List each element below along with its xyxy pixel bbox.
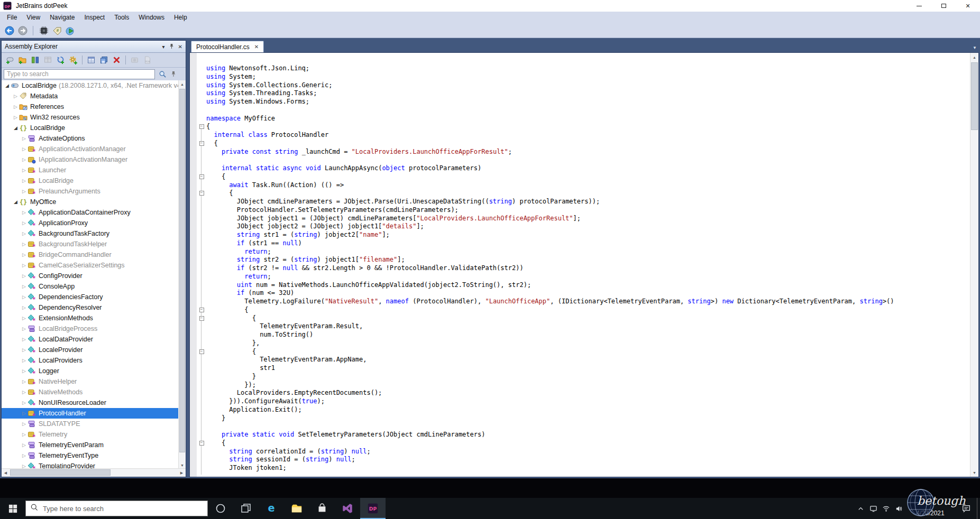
- expand-arrow-icon[interactable]: ▷: [12, 115, 19, 120]
- code-line[interactable]: TelemetryEventParam.Result,: [197, 322, 979, 331]
- remove-assembly-icon[interactable]: [111, 54, 122, 66]
- close-panel-icon[interactable]: ✕: [178, 44, 182, 50]
- collapse-region-icon[interactable]: −: [199, 124, 204, 129]
- add-folder-icon[interactable]: [17, 54, 28, 66]
- tree-item-prelauncharguments[interactable]: ▷*PrelaunchArguments: [2, 186, 178, 197]
- network-icon[interactable]: [880, 498, 892, 519]
- collapse-arrow-icon[interactable]: ◢: [12, 199, 19, 205]
- code-editor[interactable]: using Newtonsoft.Json.Linq;using System;…: [189, 52, 979, 477]
- tree-item-extensionmethods[interactable]: ▷*ExtensionMethods: [2, 313, 178, 323]
- expand-arrow-icon[interactable]: ▷: [21, 390, 28, 395]
- expand-arrow-icon[interactable]: ▷: [21, 294, 28, 300]
- code-line[interactable]: [197, 106, 979, 115]
- scroll-up-icon[interactable]: ▲: [179, 80, 186, 88]
- tree-item-localbridge[interactable]: ◢LocalBridge(18.2008.1271.0, x64, .Net F…: [2, 80, 178, 91]
- expand-arrow-icon[interactable]: ▷: [21, 305, 28, 310]
- code-line[interactable]: using System.Collections.Generic;: [197, 81, 979, 90]
- tree-item-localbridge[interactable]: ▷*LocalBridge: [2, 175, 178, 186]
- code-line[interactable]: },: [197, 339, 979, 348]
- start-button[interactable]: [0, 498, 25, 519]
- search-icon[interactable]: [159, 70, 167, 78]
- expand-arrow-icon[interactable]: ▷: [21, 146, 28, 152]
- scroll-down-icon[interactable]: ▼: [970, 468, 978, 477]
- expand-arrow-icon[interactable]: ▷: [21, 136, 28, 141]
- code-line[interactable]: −{: [197, 123, 979, 131]
- code-line[interactable]: })).ConfigureAwait(true);: [197, 397, 979, 406]
- code-line[interactable]: LocalProviders.EmptyRecentDocuments();: [197, 389, 979, 397]
- cortana-taskbar-icon[interactable]: [208, 498, 233, 519]
- code-line[interactable]: − {: [197, 140, 979, 148]
- collapse-region-icon[interactable]: −: [199, 441, 204, 446]
- code-line[interactable]: string str1 = (string) jobject2["name"];: [197, 231, 979, 239]
- code-line[interactable]: TelemetryEventParam.AppName,: [197, 356, 979, 364]
- file-explorer-taskbar-icon[interactable]: [284, 498, 309, 519]
- collapse-region-icon[interactable]: −: [199, 141, 204, 146]
- tree-item-applicationdatacontainerproxy[interactable]: ▷*ApplicationDataContainerProxy: [2, 207, 178, 218]
- scrollbar-thumb[interactable]: [10, 469, 111, 476]
- tree-item-applicationactivationmanager[interactable]: ▷*ApplicationActivationManager: [2, 144, 178, 154]
- tree-item-localeprovider[interactable]: ▷*LocaleProvider: [2, 345, 178, 355]
- close-button[interactable]: ✕: [956, 0, 980, 12]
- collapse-region-icon[interactable]: −: [199, 349, 204, 354]
- chevron-up-icon[interactable]: [854, 498, 867, 519]
- code-line[interactable]: num.ToString(): [197, 331, 979, 339]
- code-line[interactable]: JObject jobject2 = (JObject) jobject1["d…: [197, 223, 979, 231]
- menu-tools[interactable]: Tools: [109, 12, 134, 23]
- code-line[interactable]: internal class ProtocolHandler: [197, 131, 979, 140]
- tree-item-telemetry[interactable]: ▷*Telemetry: [2, 429, 178, 440]
- tree-item-localbridge[interactable]: ◢{}LocalBridge: [2, 123, 178, 133]
- code-line[interactable]: return;: [197, 273, 979, 281]
- code-line[interactable]: string correlationId = (string) null;: [197, 448, 979, 456]
- view-grid-icon[interactable]: [42, 54, 53, 66]
- expand-arrow-icon[interactable]: ▷: [21, 379, 28, 384]
- code-line[interactable]: await Task.Run((Action) (() =>: [197, 181, 979, 190]
- tree-item-dependencyresolver[interactable]: ▷*DependencyResolver: [2, 302, 178, 313]
- expand-arrow-icon[interactable]: ▷: [21, 157, 28, 162]
- collapse-arrow-icon[interactable]: ◢: [4, 83, 11, 88]
- tree-item-configprovider[interactable]: ▷*ConfigProvider: [2, 271, 178, 281]
- expand-arrow-icon[interactable]: ▷: [21, 168, 28, 173]
- code-line[interactable]: using System;: [197, 73, 979, 81]
- editor-vertical-scrollbar[interactable]: ▲ ▼: [970, 53, 978, 477]
- action-center-icon[interactable]: [956, 498, 977, 519]
- expand-arrow-icon[interactable]: ▷: [21, 368, 28, 374]
- tree-item-backgroundtaskhelper[interactable]: ▷*BackgroundTaskHelper: [2, 239, 178, 249]
- code-line[interactable]: JObject jobject1 = (JObject) cmdLinePara…: [197, 215, 979, 223]
- code-line[interactable]: uint num = NativeMethods.LaunchOfficeApp…: [197, 281, 979, 290]
- tree-item-localbridgeprocess[interactable]: ▷LocalBridgeProcess: [2, 323, 178, 334]
- taskbar-clock[interactable]: 4/20/2021: [905, 498, 956, 519]
- expand-arrow-icon[interactable]: ▷: [21, 411, 28, 416]
- code-line[interactable]: string str2 = (string) jobject1["filenam…: [197, 256, 979, 264]
- code-line[interactable]: private static void SetTelemetryParamete…: [197, 431, 979, 439]
- expand-arrow-icon[interactable]: ▷: [12, 94, 19, 99]
- scrollbar-thumb[interactable]: [179, 89, 185, 452]
- code-line[interactable]: using Newtonsoft.Json.Linq;: [197, 64, 979, 73]
- tree-item-iapplicationactivationmanager[interactable]: ▷IApplicationActivationManager: [2, 154, 178, 165]
- assembly-properties-gear-icon[interactable]: [68, 54, 79, 66]
- collapse-region-icon[interactable]: −: [199, 191, 204, 196]
- tab-close-icon[interactable]: ✕: [254, 44, 259, 50]
- collapse-region-icon[interactable]: −: [199, 316, 204, 321]
- show-desktop-button[interactable]: [977, 498, 980, 519]
- store-taskbar-icon[interactable]: [309, 498, 335, 519]
- code-line[interactable]: private const string _launchCmd = "Local…: [197, 148, 979, 156]
- expand-arrow-icon[interactable]: ▷: [21, 220, 28, 226]
- expand-arrow-icon[interactable]: ▷: [21, 210, 28, 215]
- expand-arrow-icon[interactable]: ▷: [21, 347, 28, 353]
- code-line[interactable]: JObject cmdLineParameters = JObject.Pars…: [197, 198, 979, 206]
- code-line[interactable]: if (num <= 32U): [197, 289, 979, 298]
- menu-view[interactable]: View: [22, 12, 45, 23]
- window-position-icon[interactable]: ▾: [162, 44, 165, 50]
- tree-item-localproviders[interactable]: ▷*LocalProviders: [2, 355, 178, 366]
- properties-window-icon[interactable]: [86, 54, 97, 66]
- expand-arrow-icon[interactable]: ▷: [21, 442, 28, 448]
- tab-list-dropdown-icon[interactable]: ▼: [973, 45, 977, 50]
- pdb-symbols-icon[interactable]: PDB: [142, 54, 153, 66]
- tree-item-dependenciesfactory[interactable]: ▷*DependenciesFactory: [2, 292, 178, 302]
- code-line[interactable]: Telemetry.LogFailure("NativeResult", nam…: [197, 298, 979, 306]
- tree-item-telemetryeventtype[interactable]: ▷TelemetryEventType: [2, 450, 178, 461]
- volume-icon[interactable]: [892, 498, 905, 519]
- tree-item-nativemethods[interactable]: ▷*NativeMethods: [2, 387, 178, 397]
- code-line[interactable]: string sessionId = (string) null;: [197, 456, 979, 464]
- expand-arrow-icon[interactable]: ▷: [21, 421, 28, 427]
